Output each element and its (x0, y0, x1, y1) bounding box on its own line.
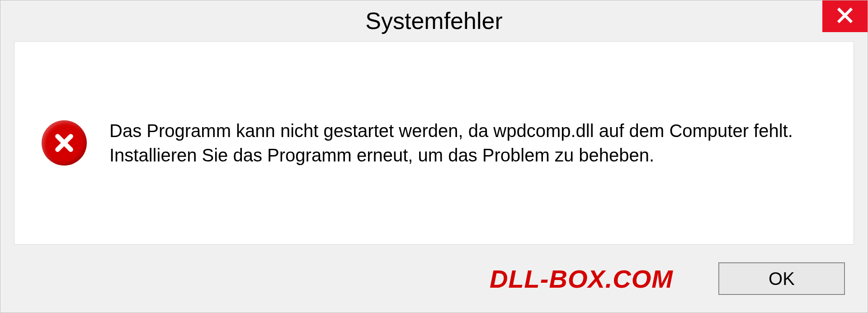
close-icon (836, 7, 854, 26)
error-dialog: Systemfehler Das Programm kann nicht ges… (0, 0, 868, 313)
titlebar: Systemfehler (0, 0, 868, 41)
content-panel: Das Programm kann nicht gestartet werden… (14, 41, 854, 245)
error-icon (42, 120, 87, 166)
dialog-footer: DLL-BOX.COM OK (0, 245, 868, 313)
watermark-text: DLL-BOX.COM (490, 264, 673, 294)
close-button[interactable] (822, 0, 868, 32)
ok-button[interactable]: OK (718, 262, 845, 295)
error-message: Das Programm kann nicht gestartet werden… (109, 119, 826, 167)
dialog-title: Systemfehler (365, 7, 502, 34)
